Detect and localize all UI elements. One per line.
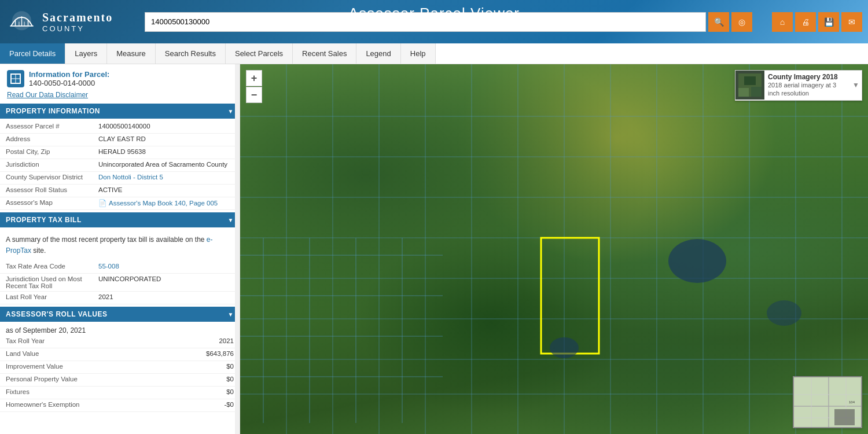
main-content: Information for Parcel: 140-0050-014-000… [0,64,868,434]
prop-label: Fixtures [6,388,98,395]
table-row: Tax Roll Year 2021 [0,336,240,348]
search-button[interactable]: 🔍 [708,12,729,32]
prop-value-trac[interactable]: 55-008 [98,263,234,270]
tax-bill-arrow: ▼ [228,217,234,223]
header-tools: ⌂ 🖨 💾 ✉ [772,12,862,32]
eproptax-link[interactable]: e-PropTax [6,236,213,255]
prop-value-postal: HERALD 95638 [98,148,234,155]
property-info-arrow: ▼ [228,108,234,115]
assessors-map-link[interactable]: Assessor's Map Book 140, Page 005 [109,200,218,207]
prop-value-jurisdiction-roll: UNINCORPORATED [98,275,234,282]
roll-values-content: as of September 20, 2021 Tax Roll Year 2… [0,322,240,414]
prop-label: Personal Property Value [6,376,98,382]
prop-label: Assessor Parcel # [6,123,98,130]
zoom-in-button[interactable]: + [246,70,262,86]
prop-value-assessors-map[interactable]: 📄 Assessor's Map Book 140, Page 005 [98,199,234,207]
logo-text: Sacramento County [42,11,113,33]
table-row: Fixtures $0 [0,387,240,399]
prop-label: Improvement Value [6,363,98,370]
prop-value-jurisdiction: Unincorporated Area of Sacramento County [98,161,234,168]
imagery-dropdown-arrow[interactable]: ▼ [850,71,862,100]
email-button[interactable]: ✉ [841,12,862,32]
svg-rect-41 [751,87,762,97]
prop-label: Address [6,135,98,142]
left-panel: Information for Parcel: 140-0050-014-000… [0,64,240,434]
locate-button[interactable]: ◎ [731,12,752,32]
prop-label: Jurisdiction [6,161,98,168]
nav-tabs: Parcel Details Layers Measure Search Res… [0,43,868,64]
tab-recent-sales[interactable]: Recent Sales [293,43,356,64]
prop-label: Postal City, Zip [6,148,98,155]
table-row: Tax Rate Area Code 55-008 [0,261,240,274]
home-button[interactable]: ⌂ [772,12,793,32]
prop-label: County Supervisor District [6,174,98,181]
roll-date: as of September 20, 2021 [0,324,240,336]
tax-bill-content: A summary of the most recent property ta… [0,227,240,307]
imagery-thumbnail [735,71,764,100]
property-info-title: PROPERTY INFORMATION [6,107,100,115]
table-row: Improvement Value $0 [0,361,240,374]
prop-value-fixtures: $0 [98,388,234,395]
imagery-widget: County Imagery 2018 2018 aerial imagery … [735,70,862,101]
search-icon: 🔍 [714,17,724,27]
tab-select-parcels[interactable]: Select Parcels [226,43,293,64]
prop-label: Homeowner's Exemption [6,401,98,408]
prop-value-land-value: $643,876 [98,350,234,357]
table-row: Assessor's Map 📄 Assessor's Map Book 140… [0,197,240,210]
logo-icon [6,6,38,38]
tab-layers[interactable]: Layers [65,43,107,64]
table-row: Jurisdiction Unincorporated Area of Sacr… [0,159,240,172]
app-header: Sacramento County 🔍 ◎ Assessor Parcel Vi… [0,0,868,43]
tab-search-results[interactable]: Search Results [156,43,226,64]
table-row: Last Roll Year 2021 [0,292,240,304]
imagery-info: County Imagery 2018 2018 aerial imagery … [764,71,850,100]
prop-value-apn: 14000500140000 [98,123,234,130]
tab-parcel-details[interactable]: Parcel Details [0,43,65,64]
prop-value-personal: $0 [98,376,234,382]
table-row: Jurisdiction Used on Most Recent Tax Rol… [0,274,240,292]
print-button[interactable]: 🖨 [795,12,816,32]
tax-bill-title: PROPERTY TAX BILL [6,216,82,224]
mini-map[interactable]: 104 [793,376,862,428]
prop-value-roll-status: ACTIVE [98,186,234,193]
parcel-id: 140-0050-014-0000 [29,79,109,87]
parcel-icon [7,70,24,87]
roll-values-arrow: ▼ [228,311,234,318]
prop-value-last-roll-year: 2021 [98,293,234,300]
prop-value-homeowner: -$0 [98,401,234,408]
property-info-section-header[interactable]: PROPERTY INFORMATION ▼ [0,104,240,119]
tab-help[interactable]: Help [401,43,436,64]
prop-label: Assessor's Map [6,199,98,206]
pdf-icon: 📄 [98,199,106,207]
svg-rect-39 [744,76,756,85]
scrollbar[interactable] [235,64,240,434]
save-button[interactable]: 💾 [818,12,839,32]
table-row: Personal Property Value $0 [0,374,240,387]
tax-bill-section-header[interactable]: PROPERTY TAX BILL ▼ [0,212,240,227]
zoom-out-button[interactable]: − [246,87,262,103]
roll-values-section-header[interactable]: ASSESSOR'S ROLL VALUES ▼ [0,307,240,322]
table-row: Homeowner's Exemption -$0 [0,399,240,412]
prop-value-address: CLAY EAST RD [98,135,234,142]
data-disclaimer-link[interactable]: Read Our Data Disclaimer [0,90,240,104]
prop-value-supervisor[interactable]: Don Nottoli - District 5 [98,174,234,181]
svg-rect-40 [738,88,749,97]
tab-measure[interactable]: Measure [107,43,156,64]
zoom-controls: + − [246,70,262,103]
prop-label: Assessor Roll Status [6,186,98,193]
map-area[interactable]: + − County Imagery 2018 2018 aerial imag… [240,64,868,434]
table-row: Address CLAY EAST RD [0,134,240,146]
prop-value-improvement: $0 [98,363,234,370]
home-icon: ⌂ [780,17,785,27]
logo-area: Sacramento County [6,6,139,38]
property-info-content: Assessor Parcel # 14000500140000 Address… [0,119,240,212]
parcel-info-header: Information for Parcel: 140-0050-014-000… [0,64,240,90]
print-icon: 🖨 [801,17,810,27]
prop-label: Tax Roll Year [6,337,98,344]
table-row: Assessor Parcel # 14000500140000 [0,121,240,134]
table-row: Postal City, Zip HERALD 95638 [0,146,240,159]
svg-rect-49 [834,409,855,425]
prop-label: Tax Rate Area Code [6,263,98,270]
tab-legend[interactable]: Legend [356,43,400,64]
table-row: Land Value $643,876 [0,348,240,361]
